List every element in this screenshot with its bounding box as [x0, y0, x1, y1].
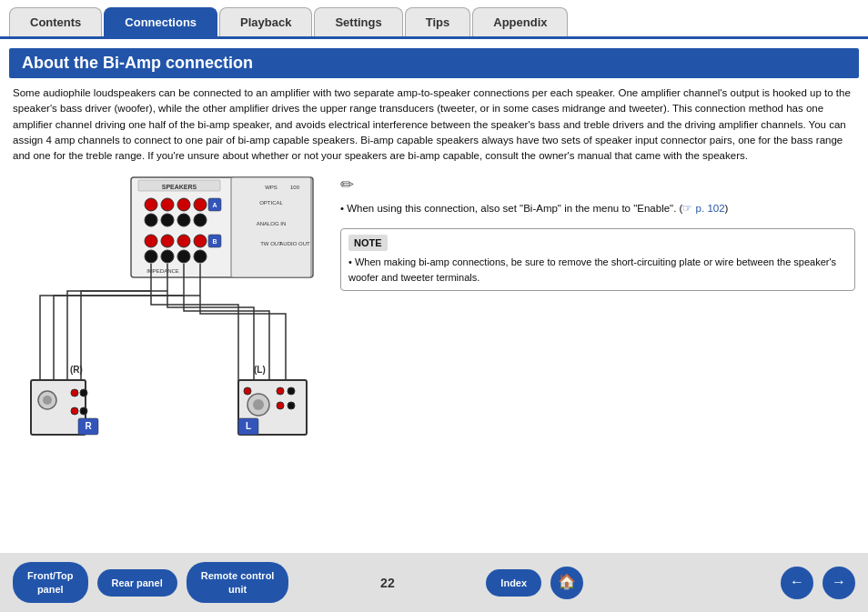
note-bullet: • When using this connection, also set "…	[340, 201, 855, 216]
description-text: Some audiophile loudspeakers can be conn…	[13, 85, 855, 164]
home-button[interactable]: 🏠	[550, 567, 583, 599]
svg-point-40	[43, 396, 52, 405]
svg-point-43	[71, 407, 78, 415]
note-box: NOTE • When making bi-amp connections, b…	[340, 228, 855, 292]
svg-rect-25	[231, 177, 311, 277]
svg-point-5	[161, 198, 174, 211]
svg-point-6	[177, 198, 190, 211]
svg-text:100: 100	[290, 185, 300, 190]
svg-point-21	[194, 250, 207, 263]
svg-point-20	[177, 250, 190, 263]
rear-panel-button[interactable]: Rear panel	[97, 569, 177, 597]
biamp-diagram: SPEAKERS + A	[13, 173, 322, 455]
page-number: 22	[298, 576, 477, 590]
note-box-text: • When making bi-amp connections, be sur…	[348, 255, 847, 285]
next-button[interactable]: →	[823, 567, 855, 599]
svg-point-7	[194, 198, 207, 211]
svg-point-17	[194, 235, 207, 247]
svg-text:ANALOG IN: ANALOG IN	[257, 221, 287, 226]
navigation-tabs: Contents Connections Playback Settings T…	[0, 0, 868, 36]
svg-point-41	[71, 389, 78, 396]
bottom-nav: Front/Toppanel Rear panel Remote control…	[0, 553, 868, 612]
page-title: About the Bi-Amp connection	[9, 48, 859, 78]
svg-point-44	[80, 407, 87, 415]
tab-divider	[0, 36, 868, 39]
notes-area: ✏ • When using this connection, also set…	[331, 173, 855, 459]
svg-point-54	[244, 387, 251, 395]
svg-text:L: L	[246, 421, 251, 431]
svg-text:OPTICAL: OPTICAL	[259, 200, 283, 206]
svg-text:B: B	[212, 238, 217, 245]
svg-point-18	[145, 250, 157, 263]
page-link[interactable]: ☞ p. 102	[682, 203, 724, 214]
main-content: Some audiophile loudspeakers can be conn…	[0, 85, 868, 460]
svg-point-53	[288, 402, 295, 409]
svg-text:WPS: WPS	[265, 185, 278, 190]
svg-text:(R): (R)	[70, 365, 83, 375]
svg-point-3	[145, 198, 157, 211]
svg-point-49	[253, 399, 264, 410]
svg-point-11	[194, 214, 207, 226]
content-area: SPEAKERS + A	[13, 173, 855, 459]
svg-point-14	[145, 235, 157, 247]
front-top-panel-button[interactable]: Front/Toppanel	[13, 562, 88, 603]
svg-point-42	[80, 389, 87, 396]
svg-point-8	[145, 214, 157, 226]
svg-point-19	[161, 250, 174, 263]
svg-text:AUDIO OUT: AUDIO OUT	[279, 241, 310, 246]
svg-point-52	[277, 402, 284, 409]
svg-text:A: A	[212, 202, 217, 208]
tab-connections[interactable]: Connections	[104, 7, 217, 36]
tab-contents[interactable]: Contents	[9, 7, 102, 36]
tab-settings[interactable]: Settings	[314, 7, 402, 36]
svg-text:R: R	[85, 421, 92, 431]
tab-tips[interactable]: Tips	[405, 7, 471, 36]
tab-appendix[interactable]: Appendix	[472, 7, 568, 36]
pencil-icon: ✏	[340, 173, 855, 197]
diagram-area: SPEAKERS + A	[13, 173, 322, 459]
prev-button[interactable]: ←	[781, 567, 813, 599]
svg-point-51	[288, 387, 295, 395]
svg-point-15	[161, 235, 174, 247]
note-box-title: NOTE	[348, 235, 388, 252]
svg-point-9	[161, 214, 174, 226]
tab-playback[interactable]: Playback	[219, 7, 312, 36]
index-button[interactable]: Index	[486, 569, 541, 597]
svg-text:+: +	[149, 173, 153, 176]
svg-point-50	[277, 387, 284, 395]
svg-text:(L): (L)	[254, 365, 266, 375]
svg-point-10	[177, 214, 190, 226]
svg-text:SPEAKERS: SPEAKERS	[162, 184, 197, 190]
remote-control-button[interactable]: Remote controlunit	[187, 562, 289, 603]
svg-rect-38	[31, 380, 86, 435]
svg-point-16	[177, 235, 190, 247]
